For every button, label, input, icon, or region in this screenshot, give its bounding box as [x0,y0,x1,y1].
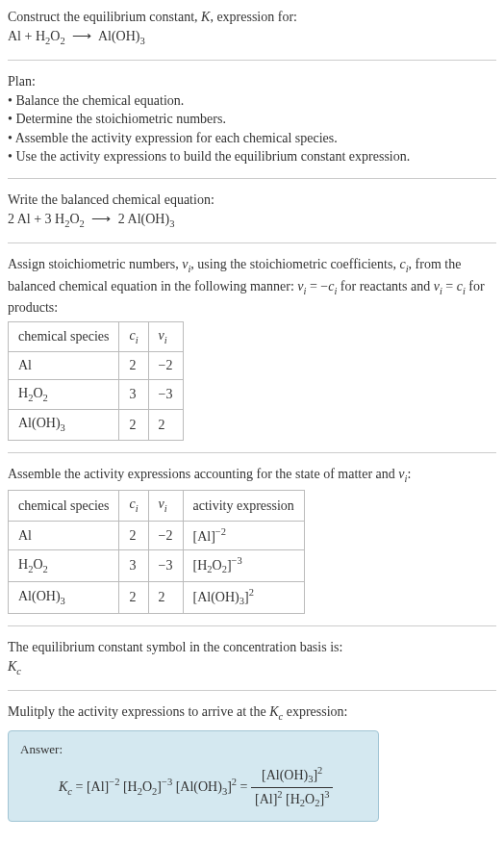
cell: [Al(OH)3]2 [183,582,304,614]
table-row: Al(OH)3 2 2 [Al(OH)3]2 [9,582,305,614]
expr: [Al] [255,792,277,806]
cell: 3 [119,379,148,409]
expr: [H [119,779,137,794]
header-cell: νi [148,491,183,521]
divider [8,242,496,243]
header-cell: ci [119,321,148,351]
numerator: [Al(OH)3]2 [251,764,333,788]
expr: = [Al] [72,779,109,794]
cell: [Al]−2 [183,521,304,549]
cell: 2 [119,521,148,549]
answer-equation: Kc = [Al]−2 [H2O2]−3 [Al(OH)3]2 = [Al(OH… [20,764,366,811]
header-cell: νi [148,321,183,351]
header-cell: chemical species [9,491,119,521]
symbol-section: The equilibrium constant symbol in the c… [8,638,496,678]
balanced-title: Write the balanced chemical equation: [8,191,496,210]
cell: Al [9,521,119,549]
plan-bullet: • Determine the stoichiometric numbers. [8,110,496,129]
table-row: chemical species ci νi activity expressi… [9,491,305,521]
cell: H2O2 [9,549,119,581]
fraction: [Al(OH)3]2[Al]2 [H2O2]3 [251,764,333,811]
text: , using the stoichiometric coefficients, [190,257,399,271]
text: Assign stoichiometric numbers, [8,257,182,271]
denominator: [Al]2 [H2O2]3 [251,788,333,811]
plan-title: Plan: [8,72,496,91]
sub: 2 [43,564,48,574]
arrow-icon: ⟶ [68,29,95,43]
stoich-section: Assign stoichiometric numbers, νi, using… [8,255,496,441]
expr: O [142,779,152,794]
species: H [18,557,28,572]
table-row: chemical species ci νi [9,321,184,351]
table-row: Al 2 −2 [9,352,184,380]
activity-table: chemical species ci νi activity expressi… [8,490,305,614]
sub: 2 [43,393,48,403]
cell: 2 [119,352,148,380]
cell: −2 [148,352,183,380]
divider [8,60,496,61]
product: Al(OH) [98,29,140,43]
plan-bullet: • Balance the chemical equation. [8,91,496,111]
eq-part: 2 Al + 3 H [8,212,64,226]
cell: −3 [148,379,183,409]
multiply-section: Mulitply the activity expressions to arr… [8,702,496,822]
text: : [407,467,411,481]
expr: [H [193,558,208,573]
text: expression: [283,704,347,719]
cell: [H2O2]−3 [183,549,304,581]
cell: Al [9,352,119,380]
sub: 2 [80,217,85,228]
plan-section: Plan: • Balance the chemical equation. •… [8,72,496,166]
reactant: Al + H [8,29,45,43]
cell: Al(OH)3 [9,410,119,440]
text: Assemble the activity expressions accoun… [8,467,398,481]
expr: [Al] [193,528,215,543]
sub: i [164,503,167,514]
divider [8,690,496,691]
cell: Al(OH)3 [9,582,119,614]
balanced-section: Write the balanced chemical equation: 2 … [8,191,496,231]
sup: −2 [109,777,119,787]
sub: 3 [169,217,174,228]
expr: O [305,792,315,806]
table-row: Al(OH)3 2 2 [9,410,184,440]
text: Mulitply the activity expressions to arr… [8,704,269,719]
sup: −3 [162,777,172,787]
species: Al(OH) [18,416,61,430]
divider [8,178,496,179]
cell: 3 [119,549,148,581]
answer-label: Answer: [20,741,366,758]
divider [8,625,496,626]
cell: H2O2 [9,379,119,409]
plan-bullet: • Use the activity expressions to build … [8,147,496,166]
cell: 2 [148,582,183,614]
eq-part: O [69,212,79,226]
header-cell: activity expression [183,491,304,521]
sup: −3 [232,555,242,566]
cell: −2 [148,521,183,549]
expr: [Al(OH) [172,779,222,794]
sub: 3 [61,422,65,433]
eq-part: 2 Al(OH) [118,212,169,226]
table-row: Al 2 −2 [Al]−2 [9,521,305,549]
cell: 2 [119,410,148,440]
problem-statement: Construct the equilibrium constant, K, e… [8,8,496,48]
reactant: O [50,29,60,43]
table-row: H2O2 3 −3 [H2O2]−3 [9,549,305,581]
table-row: H2O2 3 −3 [9,379,184,409]
activity-section: Assemble the activity expressions accoun… [8,465,496,615]
text: for reactants and [337,279,433,293]
cell: −3 [148,549,183,581]
sup: −2 [215,526,226,537]
expr: O [213,558,222,573]
text: = [442,279,457,293]
sub: c [16,666,21,676]
sub: i [136,503,139,514]
species: Al(OH) [18,589,61,603]
sub: 3 [61,596,65,606]
intro-text-b: , expression for: [210,10,297,24]
K-var: K [8,659,16,674]
species: O [33,386,42,400]
sup: 3 [324,789,329,800]
cell: 2 [148,410,183,440]
